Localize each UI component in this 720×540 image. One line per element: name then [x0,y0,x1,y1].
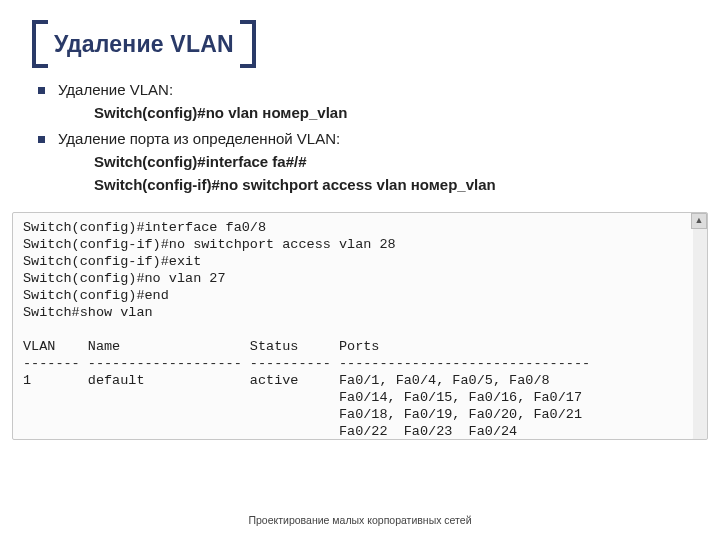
slide-title: Удаление VLAN [54,31,234,58]
bullet-sub: Switch(config-if)#no switchport access v… [58,173,688,196]
bullet-sub: Switch(config)#no vlan номер_vlan [58,101,688,124]
bullet-text: Удаление порта из определенной VLAN: [58,130,340,147]
bracket-left-icon [32,20,48,68]
title-row: Удаление VLAN [32,20,688,68]
terminal-output: ▲ Switch(config)#interface fa0/8 Switch(… [12,212,708,440]
list-item: Удаление порта из определенной VLAN: Swi… [38,127,688,197]
bullet-text: Удаление VLAN: [58,81,173,98]
list-item: Удаление VLAN: Switch(config)#no vlan но… [38,78,688,125]
bracket-right-icon [240,20,256,68]
bullet-sub: Switch(config)#interface fa#/# [58,150,688,173]
slide: Удаление VLAN Удаление VLAN: Switch(conf… [0,0,720,540]
bullet-list: Удаление VLAN: Switch(config)#no vlan но… [38,78,688,196]
terminal-text: Switch(config)#interface fa0/8 Switch(co… [23,219,697,440]
footer-text: Проектирование малых корпоративных сетей [0,514,720,526]
scroll-up-icon[interactable]: ▲ [691,213,707,229]
